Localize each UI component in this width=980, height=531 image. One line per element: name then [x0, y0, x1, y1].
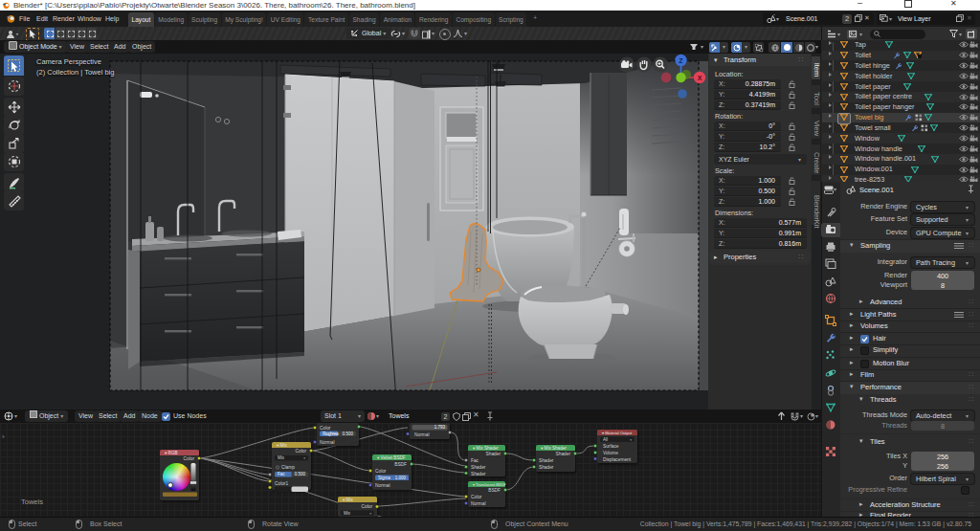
- svg-text:▾: ▾: [630, 438, 632, 442]
- svg-text:Z: Z: [679, 57, 683, 64]
- svg-text:Displacement: Displacement: [603, 457, 632, 462]
- svg-text:Color: Color: [296, 449, 307, 454]
- svg-text:Fac: Fac: [471, 458, 479, 463]
- svg-text:Color: Color: [362, 504, 373, 509]
- svg-text:Shader: Shader: [539, 465, 554, 470]
- svg-text:▾ Mix Shader: ▾ Mix Shader: [473, 446, 499, 451]
- svg-text:Color: Color: [471, 495, 482, 499]
- svg-text:1.793: 1.793: [434, 425, 446, 430]
- svg-text:▾ Velvet BSDF: ▾ Velvet BSDF: [377, 455, 406, 460]
- svg-text:▾ Material Output: ▾ Material Output: [602, 431, 633, 435]
- svg-text:Mix: Mix: [344, 511, 351, 516]
- svg-text:Shader: Shader: [556, 452, 571, 456]
- svg-text:▾ Mix: ▾ Mix: [277, 443, 287, 448]
- svg-text:0.500: 0.500: [343, 431, 354, 436]
- svg-text:Mix: Mix: [278, 455, 285, 460]
- svg-text:▾: ▾: [303, 456, 305, 460]
- svg-text:▾ Translucent BSDF: ▾ Translucent BSDF: [473, 482, 506, 487]
- svg-text:1.000: 1.000: [395, 476, 407, 480]
- svg-text:Normal: Normal: [320, 440, 334, 445]
- svg-text:Color: Color: [375, 469, 387, 474]
- svg-text:Normal: Normal: [471, 501, 485, 506]
- svg-text:Normal: Normal: [414, 432, 429, 437]
- svg-text:Normal: Normal: [375, 483, 390, 488]
- svg-text:All: All: [603, 437, 608, 442]
- svg-text:Surface: Surface: [603, 444, 619, 449]
- svg-text:X: X: [698, 75, 702, 81]
- svg-text:Color: Color: [184, 456, 195, 461]
- svg-text:Color1: Color1: [275, 481, 288, 486]
- svg-text:Shader: Shader: [539, 458, 554, 463]
- svg-text:0.500: 0.500: [295, 472, 306, 476]
- svg-text:Fac: Fac: [278, 472, 285, 476]
- svg-text:Shader: Shader: [486, 452, 501, 456]
- svg-text:Shader: Shader: [471, 465, 486, 470]
- svg-text:Shader: Shader: [471, 472, 486, 476]
- svg-text:Roughness: Roughness: [323, 431, 340, 436]
- svg-text:Volume: Volume: [603, 451, 618, 455]
- svg-text:Clamp: Clamp: [281, 465, 295, 470]
- svg-text:Sigma: Sigma: [378, 476, 390, 480]
- svg-text:▾: ▾: [369, 512, 371, 516]
- svg-text:▾ RGB: ▾ RGB: [165, 451, 178, 455]
- svg-text:BSDF: BSDF: [394, 462, 407, 467]
- svg-text:▾ Mix: ▾ Mix: [343, 498, 353, 502]
- svg-text:BSDF: BSDF: [488, 488, 501, 493]
- svg-text:▾ Mix Shader: ▾ Mix Shader: [541, 446, 567, 451]
- svg-text:Color: Color: [320, 426, 331, 431]
